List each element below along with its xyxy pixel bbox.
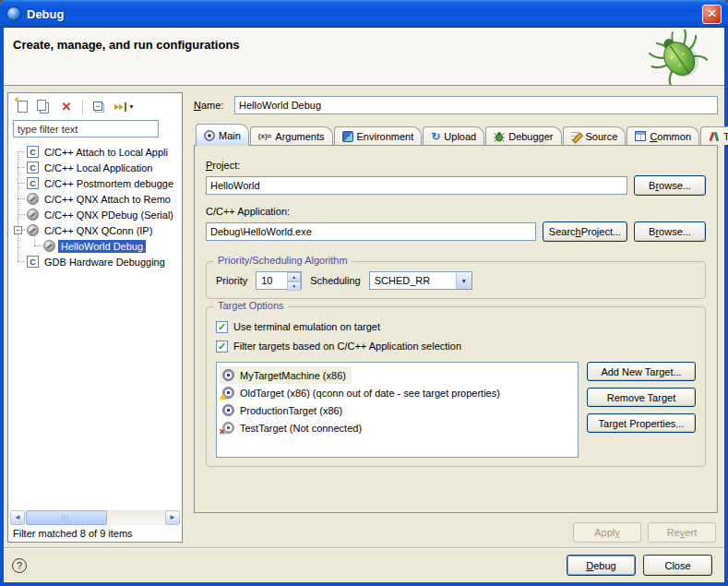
target-label: TestTarget (Not connected)	[240, 423, 362, 434]
scrollbar-track[interactable]	[25, 510, 165, 525]
dialog-header: Create, manage, and run configurations	[4, 28, 724, 86]
main-tab-icon	[204, 130, 215, 141]
search-project-button[interactable]: Search Project...	[543, 221, 627, 242]
duplicate-configuration-button[interactable]	[34, 98, 54, 116]
priority-value[interactable]: 10	[257, 272, 287, 289]
project-input[interactable]	[206, 176, 627, 195]
tab-arguments[interactable]: (x)=Arguments	[250, 126, 333, 145]
delete-configuration-icon: ✕	[62, 101, 72, 113]
tree-item[interactable]: HelloWorld Debug	[8, 238, 182, 254]
project-label: Project:	[206, 160, 706, 171]
target-label: MyTargetMachine (x86)	[240, 370, 346, 381]
tree-horizontal-scrollbar[interactable]: ◄ ►	[10, 509, 180, 525]
target-list-item[interactable]: ProductionTarget (x86)	[220, 401, 348, 419]
tab-main[interactable]: Main	[196, 124, 249, 146]
scroll-right-arrow[interactable]: ►	[165, 510, 180, 525]
tree-item-label: HelloWorld Debug	[58, 240, 146, 253]
window-title: Debug	[27, 7, 697, 21]
debug-dialog-window: Debug ✕ Create, manage, and run configur…	[0, 0, 728, 586]
configurations-panel: ✦ ✕ − ▼ CC/C++ Attach to Local AppliCC/C…	[7, 92, 183, 543]
add-new-target-button[interactable]: Add New Target...	[587, 362, 696, 381]
titlebar[interactable]: Debug ✕	[0, 0, 728, 28]
filter-configurations-button[interactable]: ▼	[111, 98, 138, 116]
tab-label: Tools	[723, 131, 728, 142]
qnx-target-icon	[43, 240, 55, 252]
collapse-expander-icon[interactable]: −	[14, 226, 22, 234]
tree-item-label: C/C++ Attach to Local Appli	[42, 146, 171, 159]
tab-environment[interactable]: Environment	[334, 126, 423, 145]
tab-bar: Main(x)=ArgumentsEnvironment↻UploadDebug…	[194, 123, 718, 145]
target-error-icon: ✕	[222, 422, 234, 434]
project-browse-button[interactable]: Browse...	[634, 175, 706, 196]
tree-item[interactable]: CC/C++ Local Application	[8, 160, 182, 175]
new-configuration-button[interactable]: ✦	[12, 98, 32, 116]
scroll-left-arrow[interactable]: ◄	[10, 510, 25, 525]
terminal-emulation-option[interactable]: Use terminal emulation on target	[216, 318, 696, 335]
remove-target-button[interactable]: Remove Target	[587, 388, 696, 407]
tree-item[interactable]: CGDB Hardware Debugging	[8, 254, 182, 269]
tab-source[interactable]: Source	[563, 126, 627, 145]
scheduling-dropdown[interactable]: SCHED_RR ▼	[369, 271, 472, 290]
tab-debugger[interactable]: Debugger	[485, 126, 561, 145]
target-options-title: Target Options	[214, 300, 288, 311]
application-browse-button[interactable]: Browse...	[634, 221, 706, 242]
tree-item[interactable]: −C/C++ QNX QConn (IP)	[8, 222, 182, 238]
filter-targets-checkbox[interactable]	[216, 341, 228, 353]
spinner-down-button[interactable]: ▼	[287, 281, 301, 291]
application-input[interactable]	[206, 222, 536, 241]
tab-label: Debugger	[508, 131, 553, 142]
tree-item-label: C/C++ QNX Attach to Remo	[42, 193, 173, 206]
target-list: MyTargetMachine (x86)OldTarget (x86) (qc…	[216, 362, 579, 458]
tree-item[interactable]: CC/C++ Attach to Local Appli	[8, 144, 182, 160]
debug-bug-image	[645, 30, 711, 85]
new-configuration-icon: ✦	[18, 101, 28, 113]
help-icon[interactable]: ?	[12, 558, 27, 573]
qnx-target-icon	[27, 193, 39, 205]
tree-item[interactable]: C/C++ QNX Attach to Remo	[8, 191, 182, 207]
close-window-button[interactable]: ✕	[702, 5, 722, 24]
target-icon	[222, 404, 234, 416]
tab-common[interactable]: Common	[627, 126, 699, 145]
priority-scheduling-group: Priority/Scheduling Algorithm Priority 1…	[206, 261, 706, 299]
main-tab-content: Project: Browse... C/C++ Application: Se…	[194, 145, 718, 513]
close-button[interactable]: Close	[643, 555, 712, 576]
tree-item-label: C/C++ QNX QConn (IP)	[42, 224, 155, 237]
tree-item[interactable]: CC/C++ Postmortem debugge	[8, 175, 182, 191]
scrollbar-thumb[interactable]	[26, 510, 107, 525]
target-list-item[interactable]: ✕TestTarget (Not connected)	[220, 419, 367, 437]
config-toolbar: ✦ ✕ − ▼	[8, 93, 182, 118]
c-application-icon: C	[27, 177, 39, 189]
debug-button[interactable]: Debug	[567, 555, 636, 576]
tree-item[interactable]: C/C++ QNX PDebug (Serial)	[8, 207, 182, 222]
filter-status: Filter matched 8 of 9 items	[8, 525, 182, 542]
arguments-tab-icon: (x)=	[258, 132, 271, 140]
priority-spinner[interactable]: 10 ▲▼	[256, 271, 302, 290]
debugger-tab-icon	[494, 131, 505, 142]
tab-label: Main	[219, 130, 241, 141]
dropdown-arrow-icon[interactable]: ▼	[456, 272, 471, 289]
target-icon	[222, 369, 234, 381]
duplicate-configuration-icon	[37, 100, 46, 111]
target-list-item[interactable]: MyTargetMachine (x86)	[220, 366, 352, 384]
terminal-emulation-checkbox[interactable]	[216, 321, 228, 333]
target-properties-button[interactable]: Target Properties...	[587, 413, 696, 433]
tab-tools[interactable]: Tools	[700, 126, 728, 145]
collapse-all-button[interactable]: −	[89, 98, 109, 116]
filter-input[interactable]	[13, 120, 159, 138]
name-input[interactable]	[234, 96, 718, 114]
target-label: ProductionTarget (x86)	[240, 405, 342, 416]
scheduling-label: Scheduling	[310, 275, 360, 286]
delete-configuration-button[interactable]: ✕	[56, 98, 77, 116]
target-list-item[interactable]: OldTarget (x86) (qconn out of date - see…	[220, 384, 506, 401]
tab-label: Source	[586, 131, 618, 142]
c-application-icon: C	[27, 256, 39, 268]
filter-targets-option[interactable]: Filter targets based on C/C++ Applicatio…	[216, 338, 696, 354]
filter-targets-label: Filter targets based on C/C++ Applicatio…	[233, 341, 461, 352]
tools-tab-icon	[709, 131, 720, 142]
spinner-up-button[interactable]: ▲	[287, 272, 301, 281]
tab-upload[interactable]: ↻Upload	[423, 126, 484, 145]
tab-label: Upload	[444, 131, 476, 142]
qnx-target-icon	[27, 224, 39, 236]
tab-label: Arguments	[275, 131, 324, 142]
config-tree: CC/C++ Attach to Local AppliCC/C++ Local…	[8, 141, 182, 508]
